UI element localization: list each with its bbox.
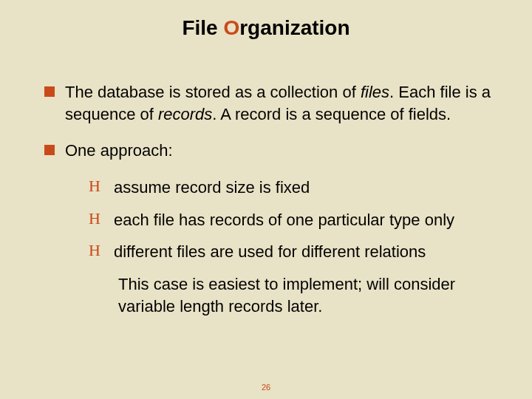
sub-bullet-3: H different files are used for different…: [89, 241, 502, 263]
bullet-1-italic-1: files: [361, 83, 389, 101]
sub-bullet-2: H each file has records of one particula…: [89, 209, 502, 231]
square-bullet-icon: [44, 145, 55, 155]
script-bullet-icon: H: [89, 177, 105, 196]
sub-bullet-1: H assume record size is fixed: [89, 177, 502, 199]
page-number: 26: [0, 383, 532, 392]
script-bullet-icon: H: [89, 241, 105, 260]
sub-bullet-2-text: each file has records of one particular …: [114, 209, 502, 231]
bullet-2: One approach:: [44, 140, 502, 162]
bullet-2-text: One approach:: [65, 140, 502, 162]
square-bullet-icon: [44, 86, 55, 97]
title-accent-letter: O: [223, 16, 239, 39]
sub-bullet-list: H assume record size is fixed H each fil…: [89, 177, 502, 317]
bullet-1-text: The database is stored as a collection o…: [65, 81, 502, 125]
script-bullet-icon: H: [89, 209, 105, 228]
sub-bullet-1-text: assume record size is fixed: [114, 177, 502, 199]
bullet-1-frag-1: The database is stored as a collection o…: [65, 83, 361, 101]
bullet-1-italic-2: records: [158, 105, 212, 123]
bullet-1: The database is stored as a collection o…: [44, 81, 502, 125]
bullet-1-frag-3: . A record is a sequence of fields.: [212, 105, 451, 123]
title-word-1: File: [182, 16, 223, 39]
sub-bullet-3-text: different files are used for different r…: [114, 241, 502, 263]
slide-body: The database is stored as a collection o…: [44, 81, 502, 318]
slide: File Organization The database is stored…: [0, 0, 532, 399]
title-word-2-rest: rganization: [239, 16, 349, 39]
closing-sentence: This case is easiest to implement; will …: [118, 273, 502, 317]
slide-title: File Organization: [0, 16, 532, 40]
